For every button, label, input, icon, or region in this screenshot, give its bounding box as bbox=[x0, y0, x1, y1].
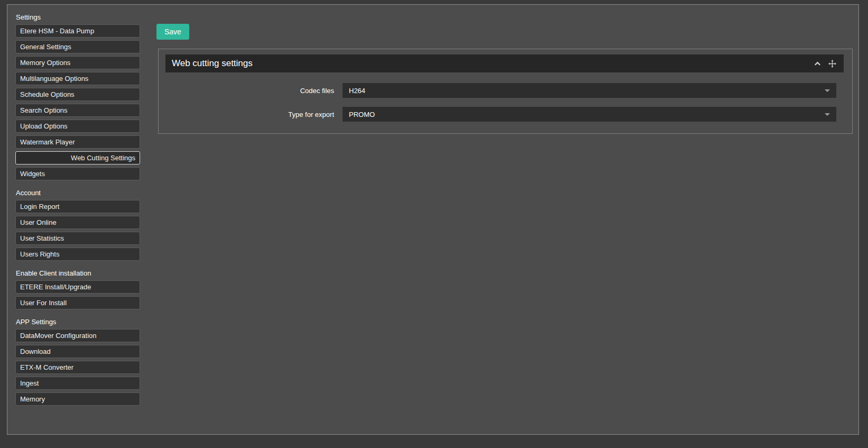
sidebar-item-widgets[interactable]: Widgets bbox=[15, 167, 140, 180]
sidebar: SettingsEtere HSM - Data PumpGeneral Set… bbox=[7, 5, 141, 434]
sidebar-item-general-settings[interactable]: General Settings bbox=[15, 40, 140, 53]
sidebar-item-etere-hsm-data-pump[interactable]: Etere HSM - Data Pump bbox=[15, 24, 140, 38]
sidebar-item-user-for-install[interactable]: User For Install bbox=[15, 296, 140, 309]
sidebar-item-ingest[interactable]: Ingest bbox=[15, 377, 140, 390]
sidebar-heading: Settings bbox=[16, 13, 141, 21]
sidebar-heading: Account bbox=[16, 189, 141, 197]
chevron-down-icon bbox=[825, 113, 830, 116]
sidebar-section-settings: SettingsEtere HSM - Data PumpGeneral Set… bbox=[15, 13, 141, 180]
web-cutting-settings-panel: Web cutting settings bbox=[158, 49, 853, 134]
type-for-export-dropdown[interactable]: PROMO bbox=[343, 107, 836, 122]
sidebar-section-account: AccountLogin ReportUser OnlineUser Stati… bbox=[15, 189, 141, 261]
sidebar-item-memory[interactable]: Memory bbox=[15, 392, 140, 406]
save-button[interactable]: Save bbox=[156, 24, 189, 40]
sidebar-item-memory-options[interactable]: Memory Options bbox=[15, 56, 140, 69]
move-icon[interactable] bbox=[828, 59, 836, 68]
sidebar-item-watermark-player[interactable]: Watermark Player bbox=[15, 135, 140, 149]
field-row-codec-files: Codec filesH264 bbox=[159, 83, 852, 98]
dropdown-value: PROMO bbox=[349, 111, 375, 118]
sidebar-item-datamover-configuration[interactable]: DataMover Configuration bbox=[15, 329, 140, 342]
sidebar-item-etx-m-converter[interactable]: ETX-M Converter bbox=[15, 361, 140, 374]
sidebar-item-schedule-options[interactable]: Schedule Options bbox=[15, 88, 140, 101]
sidebar-item-download[interactable]: Download bbox=[15, 345, 140, 358]
sidebar-item-user-statistics[interactable]: User Statistics bbox=[15, 232, 140, 245]
panel-actions bbox=[813, 59, 836, 68]
main-content: Save Web cutting settings bbox=[141, 5, 858, 434]
sidebar-item-multilanguage-options[interactable]: Multilanguage Options bbox=[15, 72, 140, 85]
sidebar-item-login-report[interactable]: Login Report bbox=[15, 200, 140, 213]
sidebar-item-users-rights[interactable]: Users Rights bbox=[15, 248, 140, 261]
chevron-down-icon bbox=[825, 89, 830, 92]
sidebar-item-web-cutting-settings[interactable]: Web Cutting Settings bbox=[15, 151, 140, 164]
field-label: Codec files bbox=[159, 87, 343, 95]
codec-files-dropdown[interactable]: H264 bbox=[343, 83, 836, 98]
sidebar-item-upload-options[interactable]: Upload Options bbox=[15, 120, 140, 133]
panel-body: Codec filesH264Type for exportPROMO bbox=[159, 83, 852, 122]
sidebar-item-user-online[interactable]: User Online bbox=[15, 216, 140, 229]
content-frame: SettingsEtere HSM - Data PumpGeneral Set… bbox=[7, 4, 859, 435]
sidebar-heading: APP Settings bbox=[16, 318, 141, 326]
sidebar-item-search-options[interactable]: Search Options bbox=[15, 104, 140, 117]
sidebar-section-enable-client-installation: Enable Client installationETERE Install/… bbox=[15, 269, 141, 309]
sidebar-item-etere-install-upgrade[interactable]: ETERE Install/Upgrade bbox=[15, 280, 140, 294]
dropdown-value: H264 bbox=[349, 87, 365, 95]
panel-header: Web cutting settings bbox=[165, 54, 844, 72]
panel-title: Web cutting settings bbox=[172, 58, 253, 69]
sidebar-heading: Enable Client installation bbox=[16, 269, 141, 277]
sidebar-section-app-settings: APP SettingsDataMover ConfigurationDownl… bbox=[15, 318, 141, 406]
collapse-icon[interactable] bbox=[813, 59, 821, 68]
field-row-type-for-export: Type for exportPROMO bbox=[159, 107, 852, 122]
field-label: Type for export bbox=[159, 111, 343, 118]
